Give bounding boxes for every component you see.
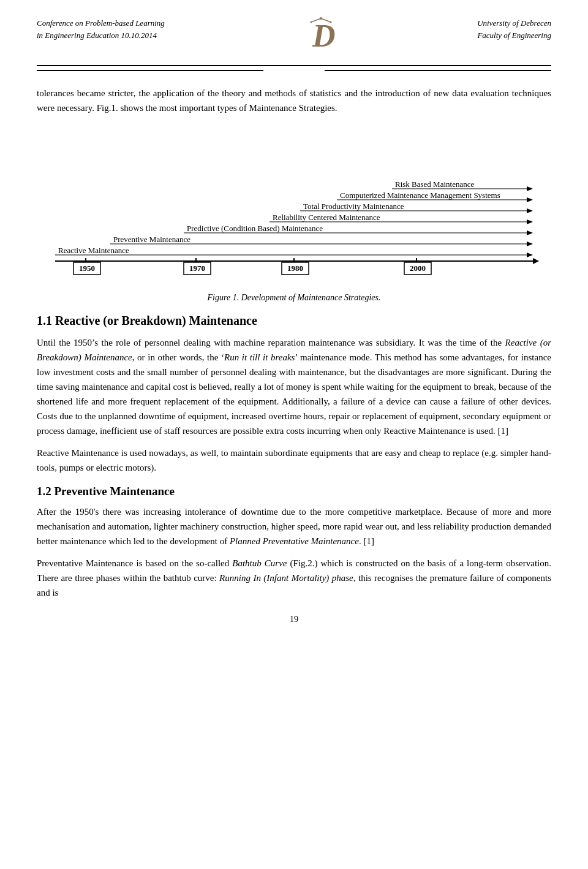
svg-marker-22	[527, 252, 533, 257]
para1-text-b: , or in other words, the ‘	[132, 352, 224, 362]
university-logo: D	[305, 17, 337, 59]
page-header: Conference on Problem-based Learning in …	[37, 17, 551, 66]
header-right: University of Debrecen Faculty of Engine…	[477, 17, 551, 41]
svg-text:1980: 1980	[287, 264, 303, 273]
conference-line1: Conference on Problem-based Learning	[37, 17, 165, 29]
figure-area: 1950 1970 1980 2000 Reactive Maintenance…	[37, 126, 551, 303]
para1-italic2: Run it till it breaks	[224, 352, 295, 362]
svg-text:Reactive Maintenance: Reactive Maintenance	[58, 246, 129, 255]
header-left: Conference on Problem-based Learning in …	[37, 17, 165, 41]
para2-2-italic2: Bathtub Curve	[232, 558, 287, 568]
svg-text:Computerized Maintenance Manag: Computerized Maintenance Management Syst…	[340, 191, 500, 200]
svg-text:Total Productivity Maintenance: Total Productivity Maintenance	[303, 202, 404, 211]
svg-text:Preventive Maintenance: Preventive Maintenance	[113, 235, 190, 244]
section-1-1-heading: 1.1 Reactive (or Breakdown) Maintenance	[37, 314, 551, 328]
svg-point-4	[311, 21, 312, 23]
header-logo-container: D	[299, 17, 343, 59]
svg-text:1950: 1950	[79, 264, 95, 273]
conference-line2: in Engineering Education 10.10.2014	[37, 29, 165, 42]
svg-marker-34	[527, 208, 533, 213]
header-line-left	[37, 70, 263, 71]
university-line1: University of Debrecen	[477, 17, 551, 29]
svg-marker-31	[527, 219, 533, 224]
section-1-2-para1: After the 1950's there was increasing in…	[37, 504, 551, 548]
page: Conference on Problem-based Learning in …	[0, 0, 588, 869]
para1-text: Until the 1950’s the role of personnel d…	[37, 338, 505, 347]
para2-2-text: Preventative Maintenance is based on the…	[37, 558, 232, 568]
section-1-2-para2: Preventative Maintenance is based on the…	[37, 556, 551, 600]
svg-marker-7	[533, 258, 539, 264]
svg-marker-37	[527, 197, 533, 202]
university-line2: Faculty of Engineering	[477, 29, 551, 42]
svg-marker-25	[527, 241, 533, 246]
header-divider	[37, 70, 551, 71]
svg-text:Risk Based Maintenance: Risk Based Maintenance	[395, 180, 474, 189]
section-1-2-heading: 1.2 Preventive Maintenance	[37, 485, 551, 498]
intro-paragraph: tolerances became stricter, the applicat…	[37, 86, 551, 115]
svg-point-3	[320, 17, 322, 20]
svg-text:1970: 1970	[189, 264, 205, 273]
para1-text-c: ’ maintenance mode. This method has some…	[37, 352, 551, 436]
page-number: 19	[37, 615, 551, 624]
header-line-gap	[270, 70, 318, 71]
para1-2-italic1: Planned Preventative Maintenance	[230, 536, 359, 546]
svg-text:D: D	[312, 18, 336, 53]
para1-2-text-b: . [1]	[359, 536, 374, 546]
svg-text:Predictive (Condition Based) M: Predictive (Condition Based) Maintenance	[187, 224, 323, 233]
svg-marker-40	[527, 186, 533, 191]
svg-marker-28	[527, 230, 533, 235]
svg-point-5	[330, 21, 332, 23]
header-line-right	[325, 70, 551, 71]
section-1-1-para2: Reactive Maintenance is used nowadays, a…	[37, 446, 551, 475]
para2-2-italic3: Running In (Infant Mortality) phase	[219, 573, 353, 583]
figure-caption: Figure 1. Development of Maintenance Str…	[37, 293, 551, 303]
maintenance-diagram: 1950 1970 1980 2000 Reactive Maintenance…	[37, 126, 551, 286]
svg-text:2000: 2000	[410, 264, 426, 273]
svg-text:Reliability Centered Maintenan: Reliability Centered Maintenance	[273, 213, 380, 222]
section-1-1-para1: Until the 1950’s the role of personnel d…	[37, 335, 551, 438]
